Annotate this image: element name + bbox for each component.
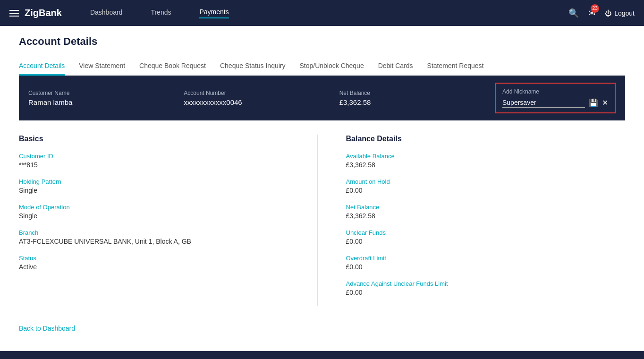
page-title: Account Details [19, 35, 625, 48]
balance-net-balance-item: Net Balance £3,362.58 [346, 204, 626, 220]
power-icon: ⏻ [605, 9, 611, 17]
nav-trends[interactable]: Trends [151, 9, 171, 18]
mode-of-operation-value: Single [19, 212, 298, 220]
account-number-value: xxxxxxxxxxxx0046 [184, 98, 339, 106]
notification-wrapper[interactable]: ✉ 23 [588, 8, 595, 18]
account-banner: Customer Name Raman lamba Account Number… [19, 76, 625, 120]
net-balance-label: Net Balance [339, 90, 495, 96]
balance-title: Balance Details [346, 135, 626, 143]
banner-account-number: Account Number xxxxxxxxxxxx0046 [184, 90, 339, 106]
tab-view-statement[interactable]: View Statement [79, 57, 125, 76]
available-balance-label: Available Balance [346, 153, 626, 160]
advance-limit-label: Advance Against Unclear Funds Limit [346, 280, 626, 287]
branch-label: Branch [19, 229, 298, 236]
holding-pattern-item: Holding Pattern Single [19, 178, 298, 194]
logout-button[interactable]: ⏻ Logout [605, 9, 635, 17]
amount-on-hold-value: £0.00 [346, 187, 626, 194]
back-to-dashboard-link[interactable]: Back to Dashboard [19, 325, 75, 332]
customer-id-item: Customer ID ***815 [19, 153, 298, 169]
overdraft-limit-item: Overdraft Limit £0.00 [346, 255, 626, 271]
unclear-funds-item: Unclear Funds £0.00 [346, 229, 626, 245]
branch-item: Branch AT3-FCLEXCUBE UNIVERSAL BANK, Uni… [19, 229, 298, 245]
customer-name-value: Raman lamba [28, 98, 184, 106]
net-balance-value: £3,362.58 [339, 98, 495, 106]
banner-net-balance: Net Balance £3,362.58 [339, 90, 495, 106]
tab-debit-cards[interactable]: Debit Cards [378, 57, 413, 76]
mode-of-operation-item: Mode of Operation Single [19, 204, 298, 220]
brand-name: ZigBank [25, 8, 62, 18]
nickname-input[interactable] [502, 98, 585, 108]
available-balance-item: Available Balance £3,362.58 [346, 153, 626, 169]
nickname-input-row: 💾 ✕ [502, 98, 608, 108]
nickname-clear-button[interactable]: ✕ [602, 98, 608, 107]
branch-value: AT3-FCLEXCUBE UNIVERSAL BANK, Unit 1, Bl… [19, 238, 298, 245]
overdraft-limit-value: £0.00 [346, 263, 626, 271]
notification-badge: 23 [591, 4, 599, 13]
main-nav: Dashboard Trends Payments [90, 8, 229, 18]
tab-account-details[interactable]: Account Details [19, 57, 65, 76]
mode-of-operation-label: Mode of Operation [19, 204, 298, 211]
menu-icon[interactable] [9, 10, 19, 17]
nickname-label: Add Nickname [502, 88, 608, 95]
advance-limit-value: £0.00 [346, 289, 626, 296]
balance-section: Balance Details Available Balance £3,362… [337, 135, 626, 306]
holding-pattern-label: Holding Pattern [19, 178, 298, 185]
amount-on-hold-label: Amount on Hold [346, 178, 626, 185]
nickname-box: Add Nickname 💾 ✕ [495, 83, 616, 113]
basics-title: Basics [19, 135, 298, 143]
logout-label: Logout [614, 9, 635, 17]
amount-on-hold-item: Amount on Hold £0.00 [346, 178, 626, 194]
banner-customer-name: Customer Name Raman lamba [28, 90, 184, 106]
header-right: 🔍 ✉ 23 ⏻ Logout [568, 8, 635, 18]
tab-statement-request[interactable]: Statement Request [427, 57, 484, 76]
header: ZigBank Dashboard Trends Payments 🔍 ✉ 23… [0, 0, 644, 26]
nickname-save-button[interactable]: 💾 [589, 98, 598, 107]
balance-net-balance-value: £3,362.58 [346, 212, 626, 220]
tab-cheque-book-request[interactable]: Cheque Book Request [139, 57, 206, 76]
customer-name-label: Customer Name [28, 90, 184, 96]
tab-stop-unblock-cheque[interactable]: Stop/Unblock Cheque [299, 57, 364, 76]
customer-id-value: ***815 [19, 161, 298, 169]
basics-section: Basics Customer ID ***815 Holding Patter… [19, 135, 318, 306]
status-label: Status [19, 255, 298, 262]
status-value: Active [19, 263, 298, 271]
status-item: Status Active [19, 255, 298, 271]
nav-dashboard[interactable]: Dashboard [90, 9, 123, 18]
header-left: ZigBank [9, 8, 62, 18]
customer-id-label: Customer ID [19, 153, 298, 160]
holding-pattern-value: Single [19, 187, 298, 194]
balance-net-balance-label: Net Balance [346, 204, 626, 211]
main-content: Account Details Account Details View Sta… [0, 26, 644, 351]
nav-payments[interactable]: Payments [199, 8, 229, 18]
unclear-funds-value: £0.00 [346, 238, 626, 245]
search-icon[interactable]: 🔍 [568, 8, 579, 18]
advance-limit-item: Advance Against Unclear Funds Limit £0.0… [346, 280, 626, 296]
overdraft-limit-label: Overdraft Limit [346, 255, 626, 262]
tab-cheque-status-inquiry[interactable]: Cheque Status Inquiry [220, 57, 286, 76]
unclear-funds-label: Unclear Funds [346, 229, 626, 236]
details-section: Basics Customer ID ***815 Holding Patter… [19, 120, 625, 320]
account-number-label: Account Number [184, 90, 339, 96]
footer: Copyright ZigBank Ltd. All Rights Reserv… [0, 351, 644, 359]
tab-bar: Account Details View Statement Cheque Bo… [19, 57, 625, 76]
available-balance-value: £3,362.58 [346, 161, 626, 169]
